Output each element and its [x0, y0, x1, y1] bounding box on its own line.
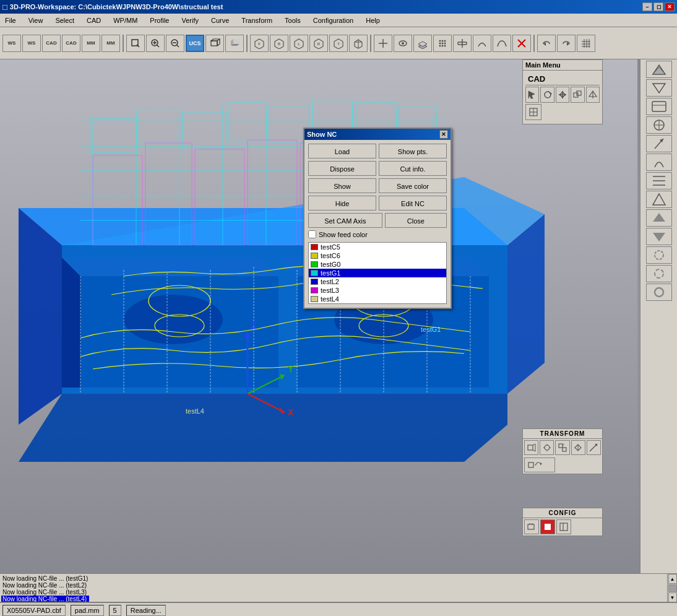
menu-tools[interactable]: Tools — [282, 15, 303, 25]
toolbar-ucs[interactable]: UCS — [186, 35, 204, 52]
menu-file[interactable]: File — [2, 15, 19, 25]
svg-point-39 — [439, 42, 441, 44]
nc-list-item[interactable]: testG1 — [309, 269, 446, 277]
toolbar-curve[interactable] — [493, 35, 511, 52]
toolbar-cad2[interactable]: CAD — [62, 35, 80, 52]
toolbar-clear[interactable] — [512, 35, 531, 52]
rp-btn-2[interactable] — [646, 79, 672, 97]
close-button[interactable]: ✕ — [665, 2, 675, 11]
toolbar-zoom-window[interactable] — [126, 35, 145, 52]
rp-btn-6[interactable] — [646, 154, 672, 171]
toolbar-snap-grid[interactable] — [433, 35, 452, 52]
menu-select[interactable]: Select — [53, 15, 77, 25]
app-icon: □ — [2, 2, 7, 12]
nc-list-item[interactable]: testC6 — [309, 251, 446, 260]
menu-view[interactable]: View — [26, 15, 46, 25]
transform-btn-3[interactable] — [555, 440, 569, 455]
menu-configuration[interactable]: Configuration — [311, 15, 356, 25]
rp-btn-circle[interactable] — [646, 246, 672, 264]
log-scrollbar[interactable]: ▲ ▼ — [667, 574, 677, 602]
status-file-text: X05505V-PAD.cbf — [7, 607, 61, 614]
toolbar-box-wire[interactable] — [205, 35, 224, 52]
save-color-button[interactable]: Save color — [379, 178, 447, 193]
config-btn-2[interactable] — [540, 519, 555, 534]
cad-select-btn[interactable] — [525, 87, 539, 103]
transform-rotate-btn[interactable] — [524, 458, 555, 472]
rp-btn-circle2[interactable] — [646, 265, 672, 282]
restore-button[interactable]: ◻ — [653, 2, 663, 11]
cad-extra-btn[interactable] — [586, 87, 600, 103]
load-button[interactable]: Load — [308, 144, 376, 158]
cad-move-btn[interactable] — [556, 87, 569, 103]
transform-btn-2[interactable] — [540, 440, 554, 455]
rp-btn-3[interactable] — [646, 98, 672, 115]
show-button[interactable]: Show — [308, 178, 376, 193]
toolbar-view-front[interactable]: F — [250, 35, 269, 52]
show-pts-button[interactable]: Show pts. — [379, 144, 447, 158]
toolbar-eye[interactable] — [394, 35, 412, 52]
toolbar-view-iso[interactable] — [349, 35, 368, 52]
transform-btn-1[interactable] — [524, 440, 538, 455]
viewport-3d[interactable]: Z Y X testL4 testG1 Main Menu CAD — [0, 59, 640, 573]
toolbar-view-back[interactable]: B — [270, 35, 288, 52]
rp-btn-8[interactable] — [646, 191, 672, 208]
nc-list-item[interactable]: testL2 — [309, 277, 446, 286]
toolbar-ws2[interactable]: WS — [22, 35, 41, 52]
rp-btn-4[interactable] — [646, 116, 672, 134]
rp-btn-5[interactable] — [646, 135, 672, 152]
menu-help[interactable]: Help — [363, 15, 382, 25]
toolbar-view-right[interactable]: R — [309, 35, 328, 52]
main-area: Z Y X testL4 testG1 Main Menu CAD — [0, 59, 677, 573]
toolbar-mm2[interactable]: MM — [101, 35, 120, 52]
nc-list-item[interactable]: testG0 — [309, 260, 446, 269]
toolbar-angle[interactable] — [473, 35, 491, 52]
rp-btn-down-arrow[interactable] — [646, 228, 672, 245]
nc-list-item[interactable]: testC5 — [309, 243, 446, 251]
log-scroll-down[interactable]: ▼ — [668, 592, 677, 602]
nc-list-item[interactable]: testL4 — [309, 295, 446, 303]
set-cam-axis-button[interactable]: Set CAM Axis — [308, 213, 382, 228]
toolbar-grid[interactable] — [577, 35, 595, 52]
rp-btn-circle3[interactable] — [646, 284, 672, 301]
config-btn-1[interactable] — [524, 519, 539, 534]
show-nc-close-button[interactable]: ✕ — [439, 130, 448, 139]
cut-info-button[interactable]: Cut info. — [379, 161, 447, 176]
show-feed-checkbox[interactable] — [308, 230, 316, 238]
config-btn-3[interactable] — [556, 519, 571, 534]
minimize-button[interactable]: – — [642, 2, 652, 11]
cad-rotate-btn[interactable] — [540, 87, 554, 103]
edit-nc-button[interactable]: Edit NC — [379, 196, 447, 210]
cad-scale-btn[interactable] — [571, 87, 584, 103]
menu-cad[interactable]: CAD — [84, 15, 103, 25]
toolbar-snap-point[interactable] — [453, 35, 472, 52]
close-button[interactable]: Close — [385, 213, 447, 228]
nc-list-item[interactable]: testL3 — [309, 286, 446, 295]
toolbar-view-left[interactable]: L — [290, 35, 308, 52]
toolbar-undo[interactable] — [537, 35, 556, 52]
toolbar-box-solid[interactable] — [225, 35, 244, 52]
transform-btn-5[interactable] — [587, 440, 601, 455]
rp-btn-up-arrow[interactable] — [646, 209, 672, 227]
toolbar-ws1[interactable]: WS — [2, 35, 21, 52]
menu-profile[interactable]: Profile — [147, 15, 171, 25]
hide-button[interactable]: Hide — [308, 196, 376, 210]
rp-btn-7[interactable] — [646, 172, 672, 189]
cad-view-btn[interactable] — [525, 104, 541, 120]
dispose-button[interactable]: Dispose — [308, 161, 376, 176]
rp-btn-1[interactable] — [646, 61, 672, 78]
toolbar-cross[interactable] — [374, 35, 392, 52]
toolbar-zoom-in[interactable] — [146, 35, 165, 52]
menu-wpmm[interactable]: WP/MM — [111, 15, 140, 25]
toolbar-cad1[interactable]: CAD — [42, 35, 61, 52]
toolbar-plane[interactable] — [413, 35, 432, 52]
log-scroll-track[interactable] — [668, 584, 677, 592]
toolbar-mm1[interactable]: MM — [82, 35, 100, 52]
menu-verify[interactable]: Verify — [179, 15, 202, 25]
menu-curve[interactable]: Curve — [209, 15, 231, 25]
menu-transform[interactable]: Transform — [239, 15, 275, 25]
transform-btn-4[interactable] — [571, 440, 585, 455]
toolbar-redo[interactable] — [557, 35, 576, 52]
toolbar-zoom-out[interactable] — [166, 35, 184, 52]
log-scroll-up[interactable]: ▲ — [668, 574, 677, 584]
toolbar-view-top[interactable]: T — [329, 35, 348, 52]
